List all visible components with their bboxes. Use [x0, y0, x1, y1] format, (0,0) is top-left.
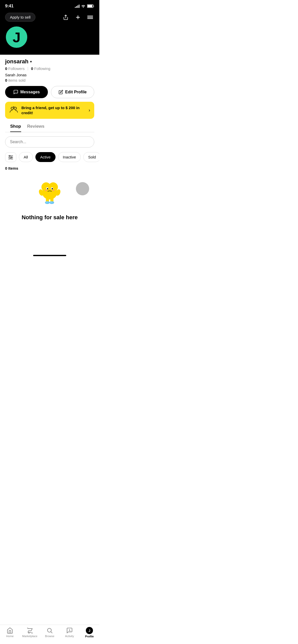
status-icons — [75, 4, 94, 8]
username: jonsarah — [5, 58, 29, 65]
search-input[interactable] — [10, 140, 89, 144]
gray-circle — [76, 182, 89, 195]
add-button[interactable] — [74, 13, 82, 21]
share-icon — [63, 14, 69, 20]
filter-sold-button[interactable]: Sold — [83, 152, 99, 162]
username-row: jonsarah ▾ — [5, 58, 94, 65]
message-icon — [13, 90, 18, 95]
hamburger-icon — [87, 16, 93, 19]
avatar: J — [5, 26, 28, 49]
signal-icon — [75, 4, 79, 8]
home-indicator — [33, 255, 66, 256]
profile-section: J — [0, 26, 99, 55]
real-name: Sarah Jonas — [5, 73, 94, 77]
svg-point-17 — [9, 155, 10, 156]
messages-button[interactable]: Messages — [5, 86, 48, 98]
action-buttons: Messages Edit Profile — [5, 86, 94, 98]
referral-icon — [9, 106, 18, 115]
svg-point-9 — [14, 107, 17, 110]
filter-active-button[interactable]: Active — [35, 152, 56, 162]
tab-reviews[interactable]: Reviews — [27, 124, 45, 132]
empty-state-title: Nothing for sale here — [22, 214, 78, 221]
filter-options-button[interactable] — [5, 152, 16, 162]
chevron-down-icon[interactable]: ▾ — [30, 60, 32, 64]
friends-icon — [9, 106, 18, 113]
edit-profile-button[interactable]: Edit Profile — [51, 86, 94, 98]
svg-point-26 — [51, 188, 53, 189]
mascot-illustration — [34, 180, 65, 210]
battery-icon — [87, 4, 94, 8]
avatar-letter: J — [12, 29, 20, 46]
plus-icon — [75, 14, 81, 20]
svg-point-35 — [46, 201, 48, 203]
stats-row: 0 Followers 0 Following — [5, 66, 94, 71]
status-bar: 9:41 — [0, 0, 99, 11]
pencil-icon — [59, 90, 63, 94]
filter-row: All Active Inactive Sold — [0, 150, 99, 165]
items-sold: 0 items sold — [5, 78, 94, 82]
empty-state: Nothing for sale here — [0, 174, 99, 231]
tabs-section: Shop Reviews — [5, 124, 94, 132]
svg-point-18 — [11, 157, 12, 158]
header: Apply to sell — [0, 11, 99, 26]
svg-point-36 — [50, 201, 52, 203]
stat-divider — [28, 67, 28, 70]
svg-point-8 — [11, 107, 14, 110]
menu-button[interactable] — [86, 13, 94, 21]
apply-to-sell-button[interactable]: Apply to sell — [5, 13, 35, 22]
tab-shop[interactable]: Shop — [10, 124, 21, 132]
svg-rect-1 — [88, 5, 92, 7]
wifi-icon — [81, 4, 86, 8]
referral-chevron-icon: › — [89, 108, 90, 113]
share-button[interactable] — [62, 13, 70, 21]
svg-point-28 — [52, 190, 55, 191]
filter-inactive-button[interactable]: Inactive — [58, 152, 81, 162]
profile-info: jonsarah ▾ 0 Followers 0 Following Sarah… — [0, 55, 99, 132]
referral-left: Bring a friend, get up to $ 200 in credi… — [9, 105, 89, 115]
status-time: 9:41 — [5, 4, 13, 9]
svg-point-19 — [10, 158, 11, 159]
referral-text: Bring a friend, get up to $ 200 in credi… — [21, 105, 89, 115]
following-stat[interactable]: 0 Following — [31, 66, 50, 71]
referral-banner[interactable]: Bring a friend, get up to $ 200 in credi… — [5, 102, 94, 119]
followers-stat[interactable]: 0 Followers — [5, 66, 25, 71]
items-count: 0 Items — [0, 165, 99, 174]
svg-point-25 — [47, 188, 48, 189]
search-container — [0, 132, 99, 150]
svg-point-27 — [45, 190, 47, 191]
search-input-wrap — [5, 136, 94, 148]
filter-all-button[interactable]: All — [19, 152, 33, 162]
sliders-icon — [8, 155, 13, 159]
